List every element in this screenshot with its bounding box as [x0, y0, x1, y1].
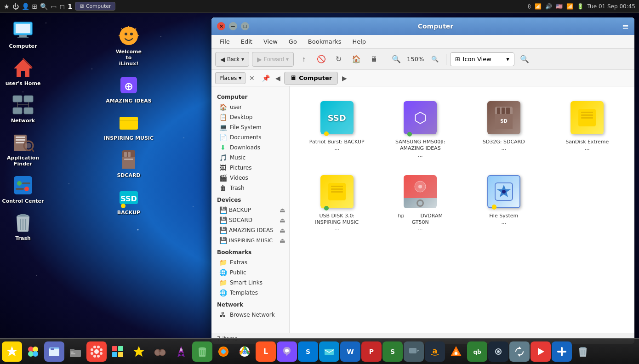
forward-button[interactable]: ▶ Forward ▾ — [252, 52, 294, 67]
dock-viber[interactable] — [277, 341, 297, 362]
dock-settings[interactable] — [86, 341, 107, 362]
sidebar-item-browse-network[interactable]: 🖧 Browse Network — [211, 310, 289, 320]
desktop-icon-appfinder[interactable]: Application Finder — [5, 129, 41, 169]
breadcrumb-current-location[interactable]: 🖥 Computer — [284, 72, 338, 85]
dock-firefox[interactable] — [213, 341, 234, 362]
dock-word[interactable]: W — [340, 341, 360, 362]
file-item-patriot-burst[interactable]: SSD Patriot Burst: BACKUP... — [302, 94, 371, 164]
window-icon1[interactable]: ▭ — [51, 3, 57, 10]
places-dropdown[interactable]: Places ▾ — [215, 72, 245, 84]
desktop-icon-trash[interactable]: Trash — [5, 210, 41, 243]
computer-nav-button[interactable]: 🖥 — [366, 52, 381, 67]
sidebar-item-sdcard[interactable]: 💾 SDCARD ⏏ — [211, 215, 289, 225]
dock-rocket[interactable] — [171, 341, 191, 362]
desktop-icon-computer[interactable]: Computer — [5, 17, 41, 51]
dock-colors[interactable] — [108, 341, 128, 362]
hamburger-menu-icon[interactable]: ≡ — [622, 22, 629, 31]
minimize-button[interactable]: ─ — [229, 22, 237, 30]
desktop-icon-home[interactable]: user's Home — [5, 55, 41, 88]
window-icon2[interactable]: ◻ — [60, 3, 65, 10]
sidebar-item-smart-links[interactable]: 📁 Smart Links — [211, 278, 289, 288]
menu-file[interactable]: File — [215, 36, 234, 47]
sidebar-amazing-ideas-eject-icon[interactable]: ⏏ — [280, 227, 285, 234]
sidebar-item-backup[interactable]: 💾 BACKUP ⏏ — [211, 205, 289, 215]
zoom-out-button[interactable]: 🔍 — [389, 52, 404, 67]
dock-teamviewer[interactable] — [552, 341, 572, 362]
sidebar-item-amazing-ideas-dev[interactable]: 💾 AMAZING IDEAS ⏏ — [211, 225, 289, 235]
desktop-icon-sdcard-desktop[interactable]: SDCARD — [110, 147, 147, 180]
stop-button[interactable]: 🚫 — [314, 52, 329, 67]
sidebar-item-templates[interactable]: 🌐 Templates — [211, 288, 289, 298]
desktop-icon-inspiring-music[interactable]: INSPIRING MUSIC — [110, 109, 147, 143]
sidebar-backup-eject-icon[interactable]: ⏏ — [280, 206, 285, 214]
menu-view[interactable]: View — [259, 36, 282, 47]
dock-chrome[interactable] — [234, 341, 255, 362]
reload-button[interactable]: ↻ — [331, 52, 346, 67]
sidebar-item-downloads[interactable]: ⬇ Downloads — [211, 142, 289, 153]
back-button[interactable]: ◀ Back ▾ — [215, 52, 249, 67]
workspace-number[interactable]: 1 — [68, 3, 72, 10]
dock-bookmark[interactable] — [129, 341, 149, 362]
breadcrumb-pin-button[interactable]: 📌 — [260, 73, 271, 84]
dock-skype[interactable]: S — [298, 341, 318, 362]
sidebar-item-user[interactable]: 🏠 user — [211, 102, 289, 112]
dock-trash-green[interactable] — [192, 341, 212, 362]
view-selector[interactable]: ⊞ Icon View ▾ — [450, 52, 514, 66]
sidebar-item-trash[interactable]: 🗑 Trash — [211, 183, 289, 193]
dock-qb[interactable]: qb — [467, 341, 487, 362]
dock-amazon[interactable]: a — [425, 341, 445, 362]
dock-files[interactable] — [44, 341, 64, 362]
sidebar-item-documents[interactable]: 📄 Documents — [211, 132, 289, 142]
dock-star[interactable] — [2, 341, 22, 362]
file-item-sd32g[interactable]: SD SD32G: SDCARD... — [469, 94, 538, 164]
dock-trash-final[interactable] — [573, 341, 593, 362]
desktop-icon-amazing-ideas[interactable]: ⊕ AMAZING IDEAS — [110, 72, 147, 106]
dock-wps-p[interactable]: P — [361, 341, 382, 362]
breadcrumb-next-button[interactable]: ▶ — [339, 73, 350, 84]
sidebar-item-inspiring-music-dev[interactable]: 💾 INSPIRING MUSIC ⏏ — [211, 235, 289, 245]
desktop-icon-controlcenter[interactable]: Control Center — [5, 172, 41, 206]
dock-refresh[interactable] — [509, 341, 530, 362]
dock-screenrec[interactable] — [404, 341, 424, 362]
file-item-dvdram[interactable]: hp DVDRAM GT50N... — [386, 168, 455, 238]
menu-go[interactable]: Go — [284, 36, 302, 47]
dock-logisim[interactable]: L — [256, 341, 276, 362]
dock-thunderbird[interactable] — [319, 341, 339, 362]
location-close-button[interactable]: ✕ — [247, 74, 257, 83]
desktop-icon-backup-desktop[interactable]: SSD BACKUP — [110, 184, 147, 217]
dock-vlc[interactable] — [446, 341, 466, 362]
desktop-icon-welcome[interactable]: Welcome to iLinux! — [110, 23, 147, 68]
sidebar-item-videos[interactable]: 🎬 Videos — [211, 173, 289, 183]
user-icon[interactable]: 👤 — [22, 3, 29, 10]
sidebar-item-public[interactable]: 🌐 Public — [211, 267, 289, 278]
sidebar-item-desktop[interactable]: 📋 Desktop — [211, 112, 289, 122]
zoom-in-button[interactable]: 🔍 — [428, 52, 442, 67]
dock-folder[interactable] — [65, 341, 86, 362]
menu-help[interactable]: Help — [348, 36, 371, 47]
sidebar-inspiring-music-eject-icon[interactable]: ⏏ — [280, 237, 285, 244]
dock-wps-s[interactable]: S — [382, 341, 403, 362]
file-item-filesystem[interactable]: File System... — [469, 168, 538, 238]
file-item-usb-disk[interactable]: USB DISK 3.0: INSPIRING MUSIC... — [302, 168, 371, 238]
sidebar-item-filesystem[interactable]: 💻 File System — [211, 122, 289, 132]
dock-circles[interactable] — [23, 341, 43, 362]
dock-binoculars[interactable] — [150, 341, 170, 362]
sidebar-item-music[interactable]: 🎵 Music — [211, 153, 289, 163]
close-button[interactable]: ✕ — [217, 22, 225, 30]
desktop-icon-network[interactable]: Network — [5, 92, 41, 125]
home-button[interactable]: 🏠 — [349, 52, 364, 67]
file-item-samsung[interactable]: ⬡ SAMSUNG HM500JI: AMAZING IDEAS... — [386, 94, 455, 164]
up-button[interactable]: ↑ — [297, 52, 311, 67]
apps-icon[interactable]: ⊞ — [32, 3, 38, 10]
maximize-button[interactable]: □ — [241, 22, 249, 30]
sidebar-item-extras[interactable]: 📁 Extras — [211, 257, 289, 267]
file-item-sandisk[interactable]: SanDisk Extreme... — [553, 94, 622, 164]
search-icon[interactable]: 🔍 — [40, 3, 48, 10]
search-button[interactable]: 🔍 — [517, 52, 532, 67]
breadcrumb-prev-button[interactable]: ◀ — [272, 73, 283, 84]
menu-bookmarks[interactable]: Bookmarks — [303, 36, 346, 47]
computer-taskbar-button[interactable]: 🖥 Computer — [75, 2, 115, 11]
sidebar-sdcard-eject-icon[interactable]: ⏏ — [280, 216, 285, 224]
star-icon[interactable]: ★ — [4, 3, 10, 10]
dock-anydesk[interactable] — [531, 341, 551, 362]
